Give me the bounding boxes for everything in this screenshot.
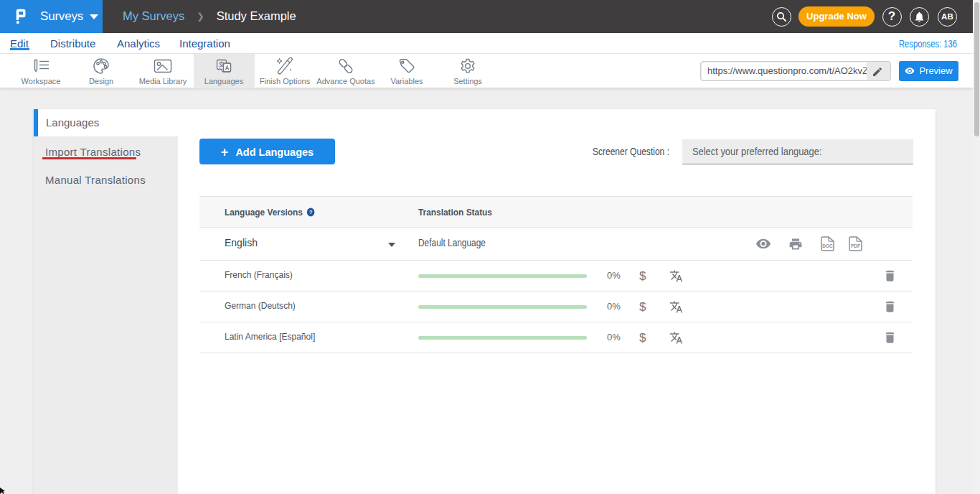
- svg-text:PDF: PDF: [851, 243, 860, 248]
- svg-text:DOC: DOC: [822, 243, 833, 248]
- svg-text:?: ?: [309, 208, 313, 215]
